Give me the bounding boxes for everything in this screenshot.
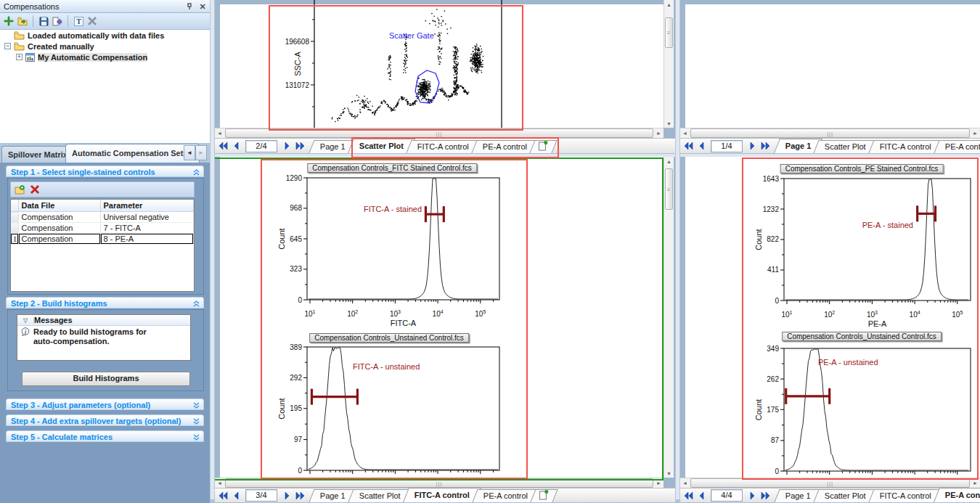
row-selector[interactable] (11, 212, 18, 223)
tree-item-loaded-automatically-with-data-files[interactable]: Loaded automatically with data files (0, 30, 210, 41)
data-file-cell[interactable]: Compensation (18, 212, 100, 223)
parameter-cell[interactable]: 7 - FITC-A (100, 223, 194, 234)
scroll-left-button[interactable]: ◄ (680, 129, 690, 138)
histogram-title-badge[interactable]: Compensation Controls_PE Stained Control… (780, 164, 944, 173)
build-histograms-button[interactable]: Build Histograms (22, 372, 190, 386)
next-page-button[interactable] (746, 490, 757, 501)
step4-header[interactable]: Step 4 - Add extra spillover targets (op… (6, 414, 204, 426)
scroll-right-button[interactable]: ► (654, 479, 663, 488)
scroll-down-button[interactable]: ▼ (664, 469, 674, 478)
scroll-left-button[interactable]: ◄ (215, 129, 224, 138)
tree-item-created-manually[interactable]: −Created manually (0, 41, 210, 52)
scrollbar-thumb[interactable]: ≡ (665, 168, 673, 210)
page-tab-pe-a-control[interactable]: PE-A control (934, 488, 980, 502)
vertical-scrollbar[interactable]: ▲ ≡ ▼ (663, 0, 674, 128)
data-file-cell[interactable]: Compensation (18, 234, 100, 245)
page-tab-fitc-a-control[interactable]: FITC-A control (406, 140, 480, 153)
control-row[interactable]: CompensationUniversal negative (11, 212, 194, 223)
step2-header[interactable]: Step 2 - Build histograms (6, 297, 204, 308)
last-page-button[interactable] (759, 141, 770, 152)
scroll-right-button[interactable]: ► (971, 129, 980, 138)
scrollbar-thumb[interactable]: ||| (225, 478, 653, 488)
previous-page-button[interactable] (231, 490, 242, 501)
vertical-scrollbar[interactable]: ▲ ≡ ▼ (663, 157, 674, 478)
left-splitter[interactable] (210, 0, 215, 503)
scrollbar-thumb[interactable]: ||| (225, 128, 653, 138)
scroll-down-button[interactable]: ▼ (664, 119, 674, 128)
tab-scroll-right-button[interactable]: ► (195, 145, 207, 160)
expand-icon[interactable]: + (16, 54, 23, 60)
page-tab-scatter-plot[interactable]: Scatter Plot (813, 489, 877, 502)
histogram-title-badge[interactable]: Compensation Controls_Unstained Control.… (782, 332, 942, 341)
scrollbar-thumb[interactable]: ||| (690, 128, 970, 138)
collapse-icon[interactable]: − (4, 43, 11, 49)
next-page-button[interactable] (281, 141, 292, 152)
right-splitter[interactable] (675, 0, 680, 503)
previous-page-button[interactable] (696, 141, 707, 152)
expand-down-icon[interactable] (193, 418, 200, 425)
row-selector[interactable]: I (11, 234, 18, 245)
scrollbar-thumb[interactable]: ||| (690, 478, 970, 488)
next-page-button[interactable] (281, 490, 292, 501)
scroll-right-button[interactable]: ► (971, 479, 980, 488)
page-tab-pe-a-control[interactable]: PE-A control (472, 489, 539, 502)
scroll-up-button[interactable]: ▲ (664, 157, 674, 165)
column-header-data-file[interactable]: Data File (18, 200, 100, 212)
data-file-cell[interactable]: Compensation (18, 223, 100, 234)
page-tab-pe-a-control[interactable]: PE-A control (471, 140, 538, 153)
step3-header[interactable]: Step 3 - Adjust parameters (optional) (6, 398, 204, 410)
parameter-cell[interactable]: Universal negative (100, 212, 194, 223)
collapse-up-icon[interactable] (193, 300, 200, 307)
tab-scroll-left-button[interactable]: ◄ (184, 145, 195, 160)
add-compensation-icon[interactable] (4, 16, 14, 26)
column-header-parameter[interactable]: Parameter (100, 200, 194, 212)
step5-header[interactable]: Step 5 - Calculate matrices (6, 430, 204, 442)
horizontal-scrollbar[interactable]: ◄ ||| ► (215, 478, 663, 488)
first-page-button[interactable] (683, 141, 694, 152)
last-page-button[interactable] (294, 141, 305, 152)
page-tab-fitc-a-control[interactable]: FITC-A control (403, 488, 481, 502)
sort-triangle-icon[interactable]: ▽ (17, 317, 34, 324)
first-page-button[interactable] (218, 490, 229, 501)
page-tab-fitc-a-control[interactable]: FITC-A control (869, 140, 943, 153)
expand-down-icon[interactable] (193, 434, 200, 441)
page-tab-pe-a-control[interactable]: PE-A control (934, 140, 980, 153)
step1-controls-table[interactable]: Data FileParameterCompensationUniversal … (10, 199, 195, 292)
save-compensation-icon[interactable] (38, 16, 49, 26)
remove-data-file-icon[interactable] (30, 184, 40, 195)
add-data-file-icon[interactable] (15, 184, 25, 195)
scrollbar-thumb[interactable]: ≡ (665, 17, 673, 48)
page-tab-scatter-plot[interactable]: Scatter Plot (348, 489, 412, 502)
next-page-button[interactable] (746, 141, 757, 152)
previous-page-button[interactable] (696, 490, 707, 501)
delete-compensation-icon[interactable] (87, 16, 97, 26)
collapse-up-icon[interactable] (193, 169, 200, 176)
control-row[interactable]: Compensation7 - FITC-A (11, 223, 194, 234)
first-page-button[interactable] (683, 490, 694, 501)
scroll-left-button[interactable]: ◄ (215, 479, 224, 488)
rename-text-icon[interactable]: T (73, 16, 83, 26)
control-row[interactable]: ICompensation8 - PE-A (11, 234, 194, 245)
tab-automatic-compensation-setup[interactable]: Automatic Compensation Setup (65, 144, 200, 163)
new-page-tab[interactable] (530, 489, 558, 502)
last-page-button[interactable] (759, 490, 770, 501)
close-icon[interactable]: ✕ (197, 1, 208, 12)
step1-header[interactable]: Step 1 - Select single-stained controls (6, 165, 204, 177)
page-tab-scatter-plot[interactable]: Scatter Plot (814, 140, 878, 153)
scroll-up-button[interactable]: ▲ (664, 0, 674, 9)
horizontal-scrollbar[interactable]: ◄ ||| ► (680, 128, 980, 138)
row-selector[interactable] (11, 223, 18, 234)
scroll-right-button[interactable]: ► (654, 129, 663, 138)
page-tab-scatter-plot[interactable]: Scatter Plot (348, 139, 415, 153)
parameter-cell[interactable]: 8 - PE-A (100, 234, 194, 245)
expand-down-icon[interactable] (193, 402, 200, 409)
histogram-title-badge[interactable]: Compensation Controls_FITC Stained Contr… (307, 163, 477, 173)
first-page-button[interactable] (218, 141, 229, 152)
open-compensation-icon[interactable] (17, 16, 28, 26)
scroll-left-button[interactable]: ◄ (680, 479, 690, 488)
export-compensation-icon[interactable] (52, 16, 62, 26)
page-tab-fitc-a-control[interactable]: FITC-A control (868, 489, 942, 502)
horizontal-scrollbar[interactable]: ◄ ||| ► (680, 478, 980, 488)
horizontal-scrollbar[interactable]: ◄ ||| ► (215, 128, 663, 138)
last-page-button[interactable] (294, 490, 305, 501)
